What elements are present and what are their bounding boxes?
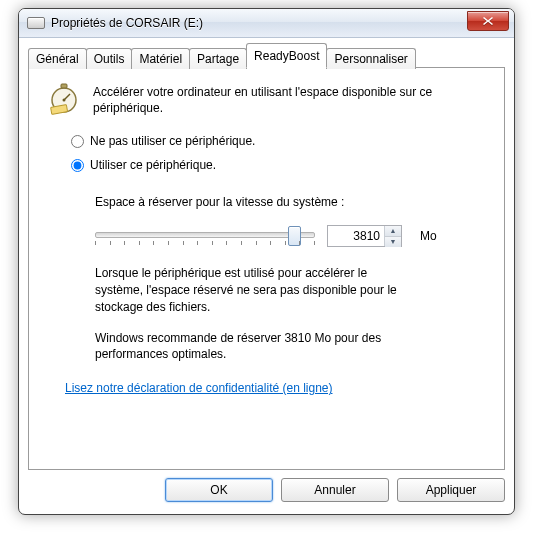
reserve-spinbox[interactable]: ▲ ▼ (327, 225, 402, 247)
radio-dont-use[interactable]: Ne pas utiliser ce périphérique. (71, 134, 486, 148)
note-recommendation: Windows recommande de réserver 3810 Mo p… (95, 330, 415, 364)
dialog-buttons: OK Annuler Appliquer (28, 470, 505, 502)
readyboost-icon (47, 82, 81, 116)
reserve-slider[interactable] (95, 223, 315, 249)
radio-use-input[interactable] (71, 159, 84, 172)
cancel-button[interactable]: Annuler (281, 478, 389, 502)
close-icon (482, 16, 494, 26)
window-title: Propriétés de CORSAIR (E:) (51, 16, 203, 30)
svg-rect-1 (61, 84, 67, 88)
reserve-label: Espace à réserver pour la vitesse du sys… (95, 194, 486, 211)
properties-dialog: Propriétés de CORSAIR (E:) Général Outil… (18, 8, 515, 515)
reserve-unit: Mo (420, 228, 437, 245)
tabstrip: Général Outils Matériel Partage ReadyBoo… (28, 45, 505, 68)
drive-icon (27, 17, 45, 29)
tab-sharing[interactable]: Partage (189, 48, 247, 69)
tab-customize[interactable]: Personnaliser (326, 48, 415, 69)
privacy-link[interactable]: Lisez notre déclaration de confidentiali… (65, 381, 333, 395)
tab-readyboost[interactable]: ReadyBoost (246, 43, 327, 68)
ok-button[interactable]: OK (165, 478, 273, 502)
radio-dont-use-label: Ne pas utiliser ce périphérique. (90, 134, 255, 148)
tab-hardware[interactable]: Matériel (131, 48, 190, 69)
intro-text: Accélérer votre ordinateur en utilisant … (93, 82, 486, 116)
radio-dont-use-input[interactable] (71, 135, 84, 148)
spin-down[interactable]: ▼ (385, 237, 401, 247)
tab-general[interactable]: Général (28, 48, 87, 69)
svg-point-3 (63, 99, 66, 102)
note-storage: Lorsque le périphérique est utilisé pour… (95, 265, 415, 315)
reserve-input[interactable] (328, 226, 384, 246)
radio-use[interactable]: Utiliser ce périphérique. (71, 158, 486, 172)
close-button[interactable] (467, 11, 509, 31)
radio-use-label: Utiliser ce périphérique. (90, 158, 216, 172)
tabpanel-readyboost: Accélérer votre ordinateur en utilisant … (28, 67, 505, 470)
tab-tools[interactable]: Outils (86, 48, 133, 69)
titlebar[interactable]: Propriétés de CORSAIR (E:) (19, 9, 514, 38)
spin-up[interactable]: ▲ (385, 226, 401, 237)
apply-button[interactable]: Appliquer (397, 478, 505, 502)
